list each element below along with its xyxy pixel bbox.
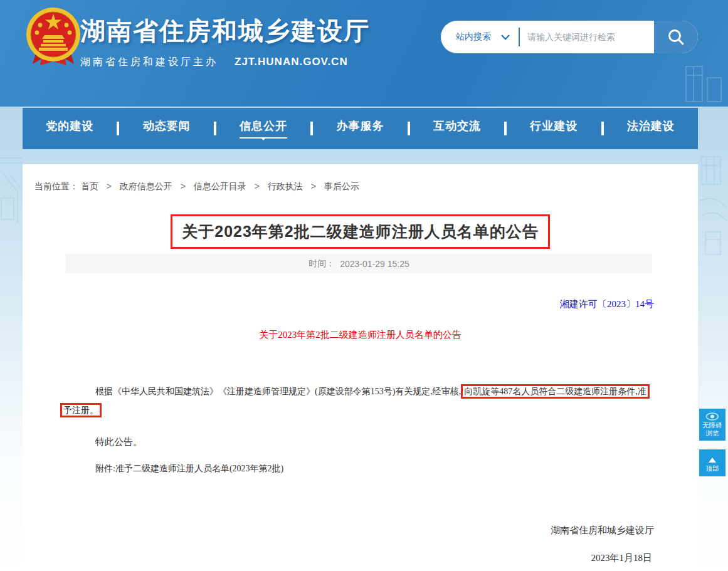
time-label: 时间： — [309, 258, 335, 270]
breadcrumb: 当前位置： 首页 > 政府信息公开 > 信息公开目录 > 行政执法 > 事后公示 — [34, 181, 359, 192]
search-scope-label: 站内搜索 — [456, 31, 491, 43]
breadcrumb-label: 当前位置： — [34, 181, 78, 191]
site-title: 湖南省住房和城乡建设厅 — [80, 14, 370, 48]
highlighted-text-2: 予注册。 — [60, 403, 102, 417]
breadcrumb-link-info-catalog[interactable]: 信息公开目录 — [194, 181, 246, 191]
header-buildings-art — [681, 54, 725, 104]
paragraph-line-2: 予注册。 — [60, 401, 662, 420]
nav-item-party-building[interactable]: 党的建设 — [23, 118, 117, 139]
nav-item-news[interactable]: 动态要闻 — [119, 118, 213, 139]
breadcrumb-separator: > — [311, 181, 316, 191]
breadcrumb-separator: > — [107, 181, 112, 191]
eye-icon — [705, 412, 719, 421]
search-input[interactable] — [527, 24, 654, 50]
breadcrumb-link-gov-info[interactable]: 政府信息公开 — [120, 181, 172, 191]
accessibility-label-line2: 浏览 — [706, 429, 719, 437]
breadcrumb-link-home[interactable]: 首页 — [81, 181, 98, 191]
nav-item-rule-of-law[interactable]: 法治建设 — [604, 118, 698, 139]
background-lines-art — [0, 148, 23, 273]
back-to-top-label: 顶部 — [706, 464, 719, 472]
chevron-down-icon — [501, 34, 510, 40]
article-title: 关于2023年第2批二级建造师注册人员名单的公告 — [171, 214, 550, 249]
background-buildings-art — [698, 150, 728, 313]
article-paragraph: 根据《中华人民共和国建筑法》《注册建造师管理规定》(原建设部令第153号)有关规… — [60, 382, 662, 420]
back-to-top-button[interactable]: 顶部 — [699, 449, 725, 476]
paragraph-line-1: 根据《中华人民共和国建筑法》《注册建造师管理规定》(原建设部令第153号)有关规… — [60, 382, 662, 401]
attachment-link[interactable]: 附件:准予二级建造师注册人员名单(2023年第2批) — [95, 463, 283, 474]
issuer-signature: 湖南省住房和城乡建设厅 — [551, 525, 654, 537]
site-subtitle: 湖南省住房和建设厅主办 — [80, 56, 218, 69]
nav-item-interaction[interactable]: 互动交流 — [410, 118, 504, 139]
search-scope-dropdown[interactable]: 站内搜索 — [441, 31, 519, 43]
time-value: 2023-01-29 15:25 — [340, 259, 409, 269]
search-bar: 站内搜索 — [441, 21, 698, 53]
site-url: ZJT.HUNAN.GOV.CN — [235, 56, 348, 68]
national-emblem-logo — [21, 6, 85, 68]
accessibility-label-line1: 无障碍 — [702, 421, 722, 429]
accessibility-button[interactable]: 无障碍 浏览 — [699, 409, 725, 441]
breadcrumb-separator: > — [181, 181, 186, 191]
highlighted-text-1: 向凯旋等487名人员符合二级建造师注册条件,准 — [461, 384, 650, 399]
breadcrumb-link-law-enforcement[interactable]: 行政执法 — [268, 181, 303, 191]
site-header: 湖南省住房和城乡建设厅 湖南省住房和建设厅主办 ZJT.HUNAN.GOV.CN… — [0, 0, 728, 107]
paragraph-text: 根据《中华人民共和国建筑法》《注册建造师管理规定》(原建设部令第153号)有关规… — [95, 387, 461, 396]
page: 湖南省住房和城乡建设厅 湖南省住房和建设厅主办 ZJT.HUNAN.GOV.CN… — [0, 0, 728, 571]
issue-date: 2023年1月18日 — [591, 552, 653, 564]
nav-item-services[interactable]: 办事服务 — [313, 118, 407, 139]
closing-statement: 特此公告。 — [95, 436, 142, 448]
search-icon — [667, 28, 685, 46]
content-area: 当前位置： 首页 > 政府信息公开 > 信息公开目录 > 行政执法 > 事后公示… — [23, 164, 698, 571]
search-button[interactable] — [654, 21, 698, 53]
nav-item-industry[interactable]: 行业建设 — [507, 118, 601, 139]
arrow-up-icon — [709, 454, 716, 463]
breadcrumb-link-post-publicity[interactable]: 事后公示 — [324, 181, 359, 191]
time-bar: 时间： 2023-01-29 15:25 — [66, 254, 652, 273]
breadcrumb-separator: > — [255, 181, 260, 191]
search-divider — [519, 28, 520, 46]
main-nav: 党的建设 动态要闻 信息公开 办事服务 互动交流 行业建设 法治建设 — [23, 108, 698, 149]
doc-number: 湘建许可〔2023〕14号 — [560, 298, 654, 310]
article-subtitle: 关于2023年第2批二级建造师注册人员名单的公告 — [23, 329, 698, 341]
nav-item-info-disclosure[interactable]: 信息公开 — [216, 118, 310, 139]
